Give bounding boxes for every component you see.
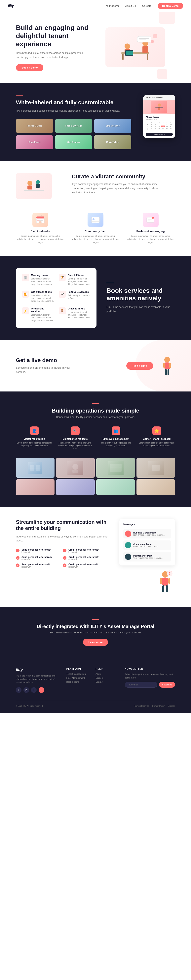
social-youtube[interactable]: ▶ xyxy=(39,687,44,693)
red-line xyxy=(16,95,23,95)
feat-messaging-icon xyxy=(143,213,159,227)
hero-cta-button[interactable]: Book a demo xyxy=(16,64,43,71)
employee-icon: 👥 xyxy=(112,426,120,435)
visitor-icon: 👤 xyxy=(30,426,39,435)
community-svg xyxy=(20,176,48,196)
demo-description: Schedule a one-on-one demo to transform … xyxy=(16,366,80,374)
footer-logo: ility xyxy=(16,668,58,672)
building-desc: Connect with our facility partner networ… xyxy=(16,415,175,418)
navigation: ility The Platform About Us Careers Book… xyxy=(0,0,191,12)
footer-link-careers[interactable]: Careers xyxy=(95,677,117,679)
maintenance-desc: Manage your work orders and work orders … xyxy=(57,442,93,450)
nav-careers[interactable]: Careers xyxy=(142,4,151,7)
service-fitness[interactable]: Fitness Classes xyxy=(16,119,53,133)
svg-rect-35 xyxy=(95,219,99,219)
svg-rect-22 xyxy=(24,190,44,191)
svg-rect-66 xyxy=(162,578,169,585)
footer-link-tenant-mgmt[interactable]: Tenant management xyxy=(66,673,88,675)
svg-rect-25 xyxy=(37,216,44,218)
visitor-title: Visitor registration xyxy=(16,438,53,440)
service-food[interactable]: Food & Beverage xyxy=(55,119,92,133)
feat-calendar-title: Event calendar xyxy=(16,230,65,233)
footer-privacy-link[interactable]: Privacy Policy xyxy=(152,705,165,707)
community-title: Curate a vibrant community xyxy=(72,173,175,180)
app-image-svg xyxy=(151,101,167,113)
social-linkedin[interactable]: in xyxy=(24,687,29,693)
svg-rect-51 xyxy=(169,367,172,367)
comms-left: Streamline your communication with the e… xyxy=(16,519,108,568)
feature-event-calendar: Event calendar Lorem ipsum dolor sit ame… xyxy=(16,213,65,244)
comm-desc-4: letters with xyxy=(21,566,51,568)
svg-point-34 xyxy=(93,218,95,220)
building-features: 👤 Visitor registration Lorem ipsum dolor… xyxy=(16,426,175,450)
asset-title: Directly integrated with ILITY's Asset M… xyxy=(16,623,175,630)
book-left: 🏢 Meeting rooms Lorem ipsum dolor sit am… xyxy=(16,268,96,328)
service-shop[interactable]: Shop Repair xyxy=(16,135,53,150)
footer-link-contact[interactable]: Contact xyxy=(95,681,117,683)
footer-link-floor-mgmt[interactable]: Floor Management xyxy=(66,677,88,679)
svg-rect-64 xyxy=(152,465,160,471)
svg-rect-37 xyxy=(92,221,99,222)
comm-item-2: ✓ Send personal letters from letters wit… xyxy=(16,556,61,561)
footer-copyright: © 2020 Ility. All rights reserved. xyxy=(16,705,43,707)
community-features: Event calendar Lorem ipsum dolor sit ame… xyxy=(16,213,175,244)
footer-link-about[interactable]: About xyxy=(95,673,117,675)
deco-square-bottom xyxy=(157,69,167,79)
employee-title: Employee management xyxy=(98,438,134,440)
comms-mockup-list: Building Management New announcement for… xyxy=(124,529,171,562)
ondemand-desc: Lorem ipsum dolor sit amet, consectetur … xyxy=(31,313,54,322)
service-bike-label: Bike Mechanic xyxy=(105,124,120,128)
footer-terms-link[interactable]: Terms of Service xyxy=(134,705,149,707)
building-photo-6 xyxy=(56,479,95,495)
demo-section: Get a live demo Schedule a one-on-one de… xyxy=(0,340,191,391)
wifi-icon: 📶 xyxy=(22,291,29,298)
nav-platform[interactable]: The Platform xyxy=(104,4,119,7)
svg-rect-68 xyxy=(169,578,170,584)
cmi-3[interactable]: Maintenance Dept Your request has been r… xyxy=(124,552,171,562)
footer-sitemap-link[interactable]: Sitemap xyxy=(168,705,175,707)
svg-rect-47 xyxy=(163,363,165,368)
app-book-button[interactable]: Book Now $23.00 xyxy=(146,133,173,136)
demo-cta-button[interactable]: Pick a Time xyxy=(126,362,153,370)
service-movie[interactable]: Movie Tickets xyxy=(94,135,131,150)
svg-rect-10 xyxy=(139,38,149,39)
nav-cta-button[interactable]: Book a Demo xyxy=(158,3,183,9)
service-bike[interactable]: Bike Mechanic xyxy=(94,119,131,133)
building-photos-row2 xyxy=(16,479,175,495)
feat-messaging-desc: Lorem ipsum dolor sit amet, consectetur … xyxy=(126,234,175,244)
demo-text: Get a live demo Schedule a one-on-one de… xyxy=(16,357,126,374)
comm-desc-1: letters with xyxy=(69,551,99,554)
cmi-3-msg: Your request has been received... xyxy=(133,557,170,559)
feedback-desc: Lorem ipsum dolor sit amet, consectetur … xyxy=(138,442,175,447)
footer-link-book-demo[interactable]: Book a demo xyxy=(66,681,88,683)
comms-mockup: Messages Building Management New announc… xyxy=(119,519,175,565)
svg-rect-13 xyxy=(151,40,154,43)
social-facebook[interactable]: f xyxy=(16,687,21,693)
app-mockup: ILITY Level: Medium Fitness Classes Nove… xyxy=(143,95,175,138)
comm-title-2: Send personal letters from xyxy=(21,556,52,558)
feedback-icon: ⭐ xyxy=(152,426,161,435)
asset-cta-button[interactable]: Learn more xyxy=(83,639,108,646)
cmi-2[interactable]: Community Team Event this Thursday at 6p… xyxy=(124,541,171,550)
svg-point-20 xyxy=(36,180,40,184)
svg-point-31 xyxy=(42,215,42,216)
book-item-wifi: 📶 Wifi subscriptions Lorem ipsum dolor s… xyxy=(22,291,54,302)
social-twitter[interactable]: t xyxy=(31,687,37,693)
hero-svg xyxy=(109,30,161,64)
book-item-food: 🍽 Food & Beverages Talk directly to our … xyxy=(59,291,91,302)
cmi-1[interactable]: Building Management New announcement for… xyxy=(124,529,171,538)
svg-rect-23 xyxy=(24,192,40,192)
cmi-3-avatar xyxy=(125,554,131,560)
wl-left: White-labeled and fully customizable Ili… xyxy=(16,95,131,150)
nav-about[interactable]: About Us xyxy=(125,4,136,7)
ondemand-title: On-demand services xyxy=(31,307,54,313)
demo-figure xyxy=(159,354,175,377)
cmi-2-avatar xyxy=(125,542,131,548)
asset-section: Directly integrated with ILITY's Asset M… xyxy=(0,607,191,658)
footer-platform-col: Platform Tenant management Floor Managem… xyxy=(66,668,88,693)
newsletter-email-input[interactable] xyxy=(125,682,157,687)
newsletter-subscribe-button[interactable]: Subscribe xyxy=(159,682,175,687)
book-red-line xyxy=(106,283,114,283)
service-spa[interactable]: Spa Services xyxy=(55,135,92,150)
book-item-furniture: 🪑 Office furniture Lorem ipsum dolor sit… xyxy=(59,307,91,322)
